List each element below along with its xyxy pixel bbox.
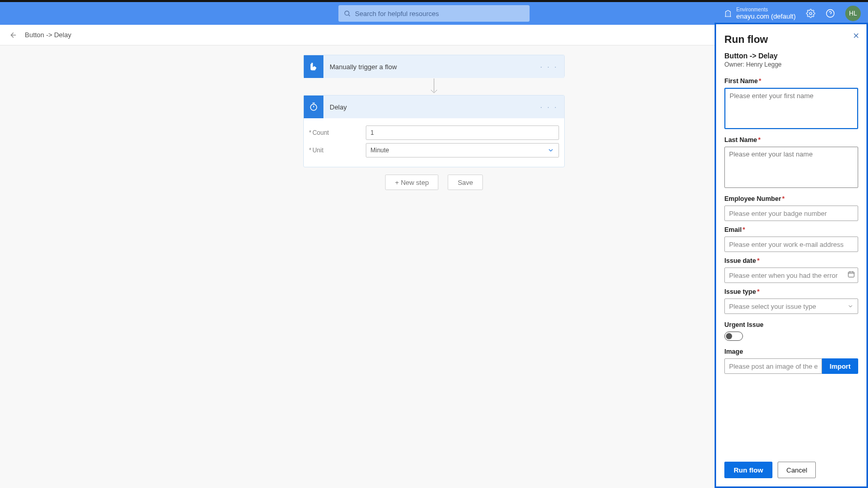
delay-menu-icon[interactable]: · · · xyxy=(540,103,558,111)
avatar[interactable]: HL xyxy=(845,6,861,21)
delay-card[interactable]: Delay · · · *Count *Unit Minute xyxy=(303,95,565,167)
search-icon xyxy=(344,10,351,17)
image-label: Image xyxy=(724,348,858,355)
building-icon xyxy=(724,9,732,18)
last-name-input[interactable] xyxy=(724,147,858,188)
header-bar: Environments enayu.com (default) HL xyxy=(0,2,868,25)
delay-icon xyxy=(304,96,323,118)
urgent-issue-toggle[interactable] xyxy=(724,332,743,341)
email-label: Email* xyxy=(724,226,858,233)
panel-title: Run flow xyxy=(724,34,858,45)
trigger-title: Manually trigger a flow xyxy=(330,63,397,71)
employee-number-input[interactable] xyxy=(724,206,858,221)
unit-select[interactable]: Minute xyxy=(366,143,559,158)
calendar-icon[interactable] xyxy=(847,271,855,280)
import-button[interactable]: Import xyxy=(822,358,858,374)
email-input[interactable] xyxy=(724,237,858,252)
urgent-issue-label: Urgent Issue xyxy=(724,321,858,328)
environment-value: enayu.com (default) xyxy=(736,12,796,20)
search-input[interactable] xyxy=(355,10,524,18)
trigger-menu-icon[interactable]: · · · xyxy=(540,62,558,71)
employee-number-label: Employee Number* xyxy=(724,195,858,202)
save-button[interactable]: Save xyxy=(448,175,483,190)
unit-label: *Unit xyxy=(309,147,366,154)
breadcrumb-text: Button -> Delay xyxy=(25,31,71,39)
count-input[interactable] xyxy=(366,125,559,140)
svg-point-3 xyxy=(827,10,834,18)
cancel-button[interactable]: Cancel xyxy=(778,462,816,478)
panel-subtitle: Button -> Delay xyxy=(724,52,858,60)
run-flow-panel: Run flow Button -> Delay Owner: Henry Le… xyxy=(715,23,868,488)
svg-point-0 xyxy=(345,11,349,15)
issue-type-select[interactable]: Please select your issue type xyxy=(724,298,858,314)
last-name-label: Last Name* xyxy=(724,136,858,144)
trigger-card[interactable]: Manually trigger a flow · · · xyxy=(303,55,565,77)
first-name-input[interactable] xyxy=(724,88,858,129)
image-input[interactable] xyxy=(724,358,822,374)
back-arrow-icon[interactable] xyxy=(9,31,18,39)
unit-value: Minute xyxy=(370,147,389,154)
issue-date-label: Issue date* xyxy=(724,257,858,264)
svg-line-1 xyxy=(349,15,350,17)
svg-point-2 xyxy=(810,12,812,15)
panel-owner: Owner: Henry Legge xyxy=(724,61,858,68)
gear-icon[interactable] xyxy=(806,9,815,18)
search-box[interactable] xyxy=(338,5,530,22)
environments-label: Environments xyxy=(736,7,796,12)
issue-type-placeholder: Please select your issue type xyxy=(729,303,816,310)
first-name-label: First Name* xyxy=(724,77,858,85)
run-flow-button[interactable]: Run flow xyxy=(724,462,772,478)
delay-title: Delay xyxy=(330,103,347,111)
chevron-down-icon xyxy=(847,303,854,309)
issue-type-label: Issue type* xyxy=(724,288,858,295)
issue-date-input[interactable] xyxy=(724,267,858,283)
svg-rect-12 xyxy=(848,272,854,277)
environment-picker[interactable]: Environments enayu.com (default) xyxy=(724,7,796,20)
new-step-button[interactable]: + New step xyxy=(385,175,438,190)
connector-arrow-icon xyxy=(429,78,439,95)
chevron-down-icon xyxy=(547,147,554,154)
trigger-icon xyxy=(304,55,323,78)
help-icon[interactable] xyxy=(826,9,835,18)
count-label: *Count xyxy=(309,129,366,136)
close-icon[interactable] xyxy=(852,32,860,42)
